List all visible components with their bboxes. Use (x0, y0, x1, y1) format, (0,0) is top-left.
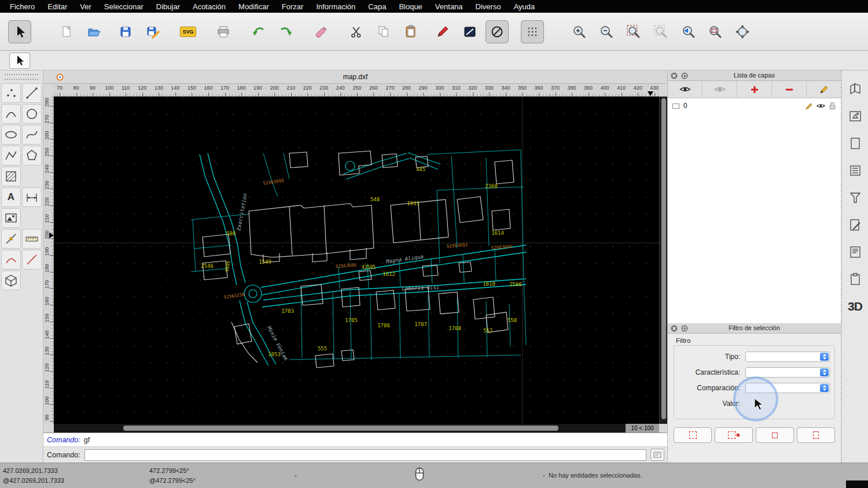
value-input[interactable] (745, 398, 830, 409)
show-all-layers-button[interactable] (668, 81, 703, 98)
zoom-selection-button[interactable] (649, 20, 672, 43)
palette-drag-handle[interactable] (5, 74, 38, 80)
open-file-button[interactable] (82, 20, 105, 43)
circle-tool-button[interactable] (22, 104, 42, 124)
layer-lock-icon[interactable] (829, 102, 836, 110)
add-layer-button[interactable] (737, 81, 772, 98)
layer-row[interactable]: 0 (668, 100, 841, 112)
library-browser-panel-button[interactable] (845, 106, 866, 127)
polyline-tool-button[interactable] (1, 146, 21, 165)
ellipse-tool-button[interactable] (1, 125, 21, 145)
filter-deselect-button[interactable] (715, 427, 753, 443)
layer-edit-icon[interactable] (806, 102, 813, 110)
menu-editar[interactable]: Editar (41, 2, 73, 11)
menu-acotacion[interactable]: Acotación (186, 2, 232, 11)
snap-tool-button[interactable] (1, 229, 21, 249)
iso-projection-tool-button[interactable] (1, 271, 21, 290)
polygon-tool-button[interactable] (22, 146, 42, 165)
save-as-button[interactable] (141, 20, 164, 43)
layer-visibility-icon[interactable] (816, 103, 825, 109)
default-action-button[interactable] (9, 53, 30, 69)
menu-ver[interactable]: Ver (73, 2, 98, 11)
3d-view-button[interactable]: 3D (848, 300, 862, 313)
characteristic-combobox[interactable] (745, 367, 830, 378)
image-tool-button[interactable] (1, 208, 21, 228)
type-combobox[interactable] (745, 352, 830, 362)
cut-button[interactable] (345, 20, 368, 43)
copy-button[interactable] (372, 20, 395, 43)
previous-view-button[interactable] (676, 20, 700, 43)
sheet-panel-button[interactable] (845, 133, 866, 154)
block-list-panel-button[interactable] (845, 160, 866, 181)
layer-color-box[interactable] (672, 103, 679, 109)
drawing-canvas[interactable]: 4452360548193116145802546154943505161218… (54, 97, 659, 424)
menu-capa[interactable]: Capa (362, 2, 392, 11)
pan-button[interactable] (731, 20, 754, 43)
menu-fichero[interactable]: Fichero (3, 2, 41, 11)
delete-button[interactable] (310, 20, 333, 43)
canvas-horizontal-scrollbar[interactable]: 10 < 100 (54, 424, 659, 432)
measure-tool-button[interactable] (22, 229, 42, 249)
svg-export-button[interactable]: SVG (176, 20, 200, 43)
layer-panel-title: Lista de capas (734, 72, 775, 79)
clipboard-panel-button[interactable] (845, 269, 866, 290)
property-editor-panel-button[interactable] (845, 79, 866, 99)
save-button[interactable] (114, 20, 137, 43)
menu-seleccionar[interactable]: Seleccionar (98, 2, 150, 11)
hatch-tool-button[interactable] (1, 167, 21, 186)
menu-ayuda[interactable]: Ayuda (507, 2, 542, 11)
spline-tool-button[interactable] (22, 125, 42, 145)
layer-panel-close-button[interactable] (671, 72, 678, 79)
edit-layer-button[interactable] (807, 81, 841, 98)
paste-button[interactable] (399, 20, 422, 43)
svg-text:1810: 1810 (483, 281, 495, 287)
pen-edit-button[interactable] (431, 20, 454, 43)
menu-modificar[interactable]: Modificar (232, 2, 275, 11)
line-tool-button[interactable] (22, 83, 42, 103)
grid-toggle-button[interactable] (521, 20, 544, 43)
filter-add-to-selection-button[interactable] (756, 427, 794, 443)
point-tool-button[interactable] (1, 83, 21, 103)
remove-layer-button[interactable] (772, 81, 807, 98)
canvas-vertical-scrollbar[interactable] (659, 97, 667, 424)
auto-zoom-button[interactable] (622, 20, 645, 43)
modify-arc-tool-button[interactable] (1, 250, 21, 269)
modify-line-tool-button[interactable] (22, 250, 42, 269)
filter-panel-close-button[interactable] (671, 325, 678, 332)
zoom-window-button[interactable] (704, 20, 727, 43)
menu-informacion[interactable]: Información (310, 2, 362, 11)
menu-ventana[interactable]: Ventana (429, 2, 469, 11)
svg-text:550: 550 (507, 317, 517, 323)
undo-button[interactable] (247, 20, 270, 43)
hide-all-layers-button[interactable] (703, 81, 737, 98)
redo-button[interactable] (274, 20, 297, 43)
menu-forzar[interactable]: Forzar (275, 2, 310, 11)
draft-mode-button[interactable] (486, 20, 509, 43)
menu-diverso[interactable]: Diverso (469, 2, 507, 11)
comparison-combobox[interactable] (745, 383, 830, 393)
script-panel-button[interactable] (845, 215, 866, 235)
selection-filter-panel-button[interactable] (845, 187, 866, 208)
command-history-panel-button[interactable] (845, 242, 866, 263)
horizontal-scroll-thumb[interactable] (123, 426, 558, 431)
select-tool-button[interactable] (8, 20, 31, 43)
command-options-button[interactable] (650, 449, 664, 461)
new-file-button[interactable] (55, 20, 78, 43)
layer-panel-detach-button[interactable] (681, 72, 688, 79)
dimension-tool-button[interactable] (22, 187, 42, 207)
menu-bloque[interactable]: Bloque (392, 2, 428, 11)
zoom-in-button[interactable] (568, 20, 591, 43)
filter-panel-detach-button[interactable] (681, 325, 688, 332)
zoom-out-button[interactable] (595, 20, 618, 43)
filter-select-button[interactable] (674, 427, 712, 443)
command-input[interactable] (84, 449, 646, 461)
grid-info-label: 10 < 100 (626, 424, 659, 432)
block-edit-button[interactable] (458, 20, 481, 43)
text-tool-button[interactable]: A (1, 187, 21, 207)
vertical-scroll-thumb[interactable] (661, 98, 666, 419)
menu-dibujar[interactable]: Dibujar (150, 2, 186, 11)
print-button[interactable] (212, 20, 235, 43)
svg-text:1953: 1953 (268, 352, 281, 357)
filter-remove-from-selection-button[interactable] (797, 427, 835, 443)
arc-tool-button[interactable] (1, 104, 21, 124)
